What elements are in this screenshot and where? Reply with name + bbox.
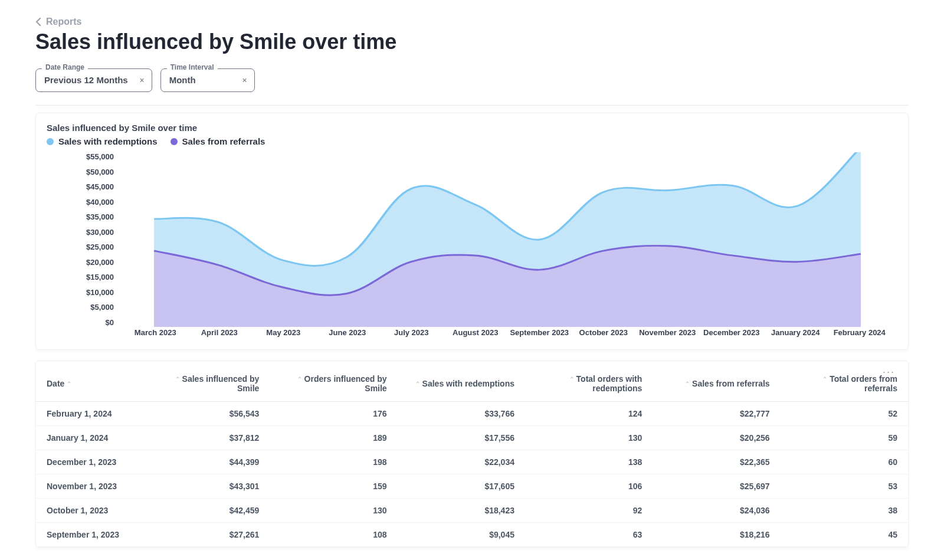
sort-icon: ⌃ [175, 376, 180, 382]
legend-label: Sales with redemptions [58, 136, 158, 146]
filter-date-range-value: Previous 12 Months [44, 75, 128, 85]
y-tick-label: $0 [106, 318, 114, 327]
row-value: $17,556 [398, 426, 525, 450]
chart-x-axis: March 2023April 2023May 2023June 2023Jul… [123, 328, 891, 345]
y-tick-label: $20,000 [86, 258, 114, 267]
legend-dot-icon [171, 138, 178, 145]
row-value: $17,605 [398, 474, 525, 499]
row-value: $56,543 [142, 402, 270, 426]
y-tick-label: $50,000 [86, 168, 114, 176]
filter-time-interval[interactable]: Time Interval Month × [160, 68, 255, 92]
row-value: $25,697 [653, 474, 780, 499]
breadcrumb-back[interactable]: Reports [35, 17, 81, 27]
table-row[interactable]: January 1, 2024$37,812189$17,556130$20,2… [36, 426, 908, 450]
row-date: January 1, 2024 [36, 426, 142, 450]
row-date: February 1, 2024 [36, 402, 142, 426]
row-value: 53 [781, 474, 908, 499]
x-tick-label: July 2023 [379, 328, 444, 337]
divider [35, 105, 909, 106]
row-value: 108 [270, 523, 397, 547]
y-tick-label: $25,000 [86, 243, 114, 251]
sort-icon: ⌃ [67, 381, 71, 387]
row-value: $33,766 [398, 402, 525, 426]
x-tick-label: November 2023 [635, 328, 700, 337]
row-value: 198 [270, 450, 397, 474]
y-tick-label: $30,000 [86, 228, 114, 237]
column-header[interactable]: ⌃Sales from referrals [653, 363, 780, 402]
filter-date-range-legend: Date Range [42, 63, 88, 71]
legend-dot-icon [47, 138, 54, 145]
chart-title: Sales influenced by Smile over time [47, 123, 897, 133]
sort-icon: ⌃ [685, 381, 690, 387]
row-value: 45 [781, 523, 908, 547]
row-value: 124 [525, 402, 653, 426]
close-icon[interactable]: × [242, 76, 247, 85]
table-row[interactable]: December 1, 2023$44,399198$22,034138$22,… [36, 450, 908, 474]
row-value: $27,261 [142, 523, 270, 547]
sort-icon: ⌃ [415, 381, 420, 387]
row-value: 130 [270, 499, 397, 523]
x-tick-label: December 2023 [700, 328, 764, 337]
row-value: 130 [525, 426, 653, 450]
x-tick-label: June 2023 [316, 328, 380, 337]
y-tick-label: $5,000 [90, 303, 114, 312]
chevron-left-icon [35, 18, 42, 26]
y-tick-label: $40,000 [86, 198, 114, 207]
row-date: December 1, 2023 [36, 450, 142, 474]
row-value: 189 [270, 426, 397, 450]
legend-item-redemptions[interactable]: Sales with redemptions [47, 136, 158, 146]
chart-legend: Sales with redemptions Sales from referr… [47, 136, 897, 146]
row-value: $37,812 [142, 426, 270, 450]
row-value: 138 [525, 450, 653, 474]
table-row[interactable]: September 1, 2023$27,261108$9,04563$18,2… [36, 523, 908, 547]
row-value: $44,399 [142, 450, 270, 474]
y-tick-label: $45,000 [86, 182, 114, 191]
breadcrumb-label: Reports [46, 17, 81, 27]
table-row[interactable]: February 1, 2024$56,543176$33,766124$22,… [36, 402, 908, 426]
legend-label: Sales from referrals [182, 136, 266, 146]
column-header[interactable]: Date ⌃ [36, 363, 142, 402]
chart-plot[interactable] [123, 152, 891, 327]
y-tick-label: $55,000 [86, 152, 114, 161]
y-tick-label: $10,000 [86, 288, 114, 297]
row-value: 63 [525, 523, 653, 547]
x-tick-label: October 2023 [572, 328, 636, 337]
row-date: November 1, 2023 [36, 474, 142, 499]
sort-icon: ⌃ [822, 376, 827, 382]
page-title: Sales influenced by Smile over time [35, 30, 909, 54]
filter-date-range[interactable]: Date Range Previous 12 Months × [35, 68, 152, 92]
filter-time-interval-legend: Time Interval [167, 63, 218, 71]
chart-y-axis: $55,000$50,000$45,000$40,000$35,000$30,0… [47, 152, 117, 327]
row-value: 159 [270, 474, 397, 499]
row-value: $42,459 [142, 499, 270, 523]
row-value: 92 [525, 499, 653, 523]
row-value: $18,423 [398, 499, 525, 523]
row-value: 60 [781, 450, 908, 474]
row-date: September 1, 2023 [36, 523, 142, 547]
row-value: $22,365 [653, 450, 780, 474]
table-row[interactable]: November 1, 2023$43,301159$17,605106$25,… [36, 474, 908, 499]
chart-card: Sales influenced by Smile over time Sale… [35, 113, 909, 350]
table-row[interactable]: October 1, 2023$42,459130$18,42392$24,03… [36, 499, 908, 523]
column-header[interactable]: ⌃Total orders with redemptions [525, 363, 653, 402]
column-header[interactable]: ⌃Orders influenced by Smile [270, 363, 397, 402]
x-tick-label: January 2024 [763, 328, 828, 337]
row-value: $22,034 [398, 450, 525, 474]
row-date: October 1, 2023 [36, 499, 142, 523]
column-header[interactable]: ⌃Sales influenced by Smile [142, 363, 270, 402]
row-value: $20,256 [653, 426, 780, 450]
data-table: Date ⌃⌃Sales influenced by Smile⌃Orders … [36, 363, 908, 547]
sort-icon: ⌃ [569, 376, 574, 382]
row-value: 52 [781, 402, 908, 426]
filter-time-interval-value: Month [169, 75, 196, 85]
row-value: $18,216 [653, 523, 780, 547]
x-tick-label: August 2023 [444, 328, 508, 337]
column-header[interactable]: ⌃Sales with redemptions [398, 363, 525, 402]
close-icon[interactable]: × [140, 76, 145, 85]
row-value: 38 [781, 499, 908, 523]
row-value: 106 [525, 474, 653, 499]
legend-item-referrals[interactable]: Sales from referrals [171, 136, 266, 146]
table-card: ··· Date ⌃⌃Sales influenced by Smile⌃Ord… [35, 361, 909, 548]
row-value: $9,045 [398, 523, 525, 547]
column-header[interactable]: ⌃Total orders from referrals [781, 363, 908, 402]
